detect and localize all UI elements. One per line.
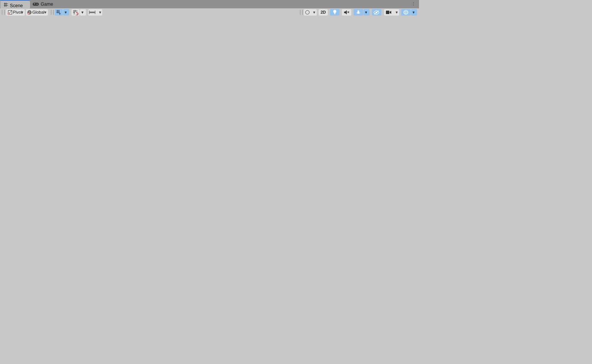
svg-text:Y: Y: [59, 13, 61, 15]
